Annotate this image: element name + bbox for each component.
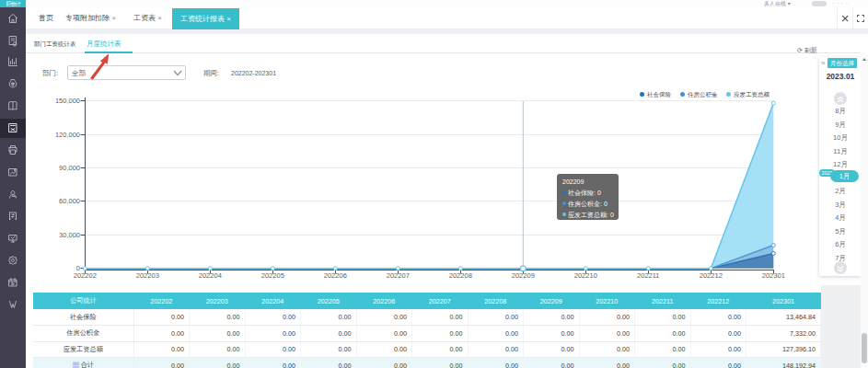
svg-text:202203: 202203 — [136, 271, 159, 280]
svg-text:202206: 202206 — [324, 271, 347, 280]
svg-text:202202: 202202 — [74, 271, 97, 280]
svg-text:30,000: 30,000 — [59, 231, 80, 239]
svg-text:202207: 202207 — [387, 271, 410, 280]
svg-text:202208: 202208 — [449, 271, 472, 280]
svg-text:120,000: 120,000 — [55, 131, 80, 139]
svg-text:202301: 202301 — [762, 271, 785, 280]
svg-text:202211: 202211 — [637, 271, 659, 280]
svg-text:202210: 202210 — [574, 271, 597, 280]
svg-text:150,000: 150,000 — [55, 97, 80, 105]
svg-text:202209: 202209 — [512, 271, 535, 280]
svg-text:202204: 202204 — [199, 271, 222, 280]
svg-text:202205: 202205 — [261, 271, 284, 280]
svg-text:60,000: 60,000 — [59, 197, 80, 205]
svg-text:202212: 202212 — [700, 271, 723, 280]
svg-text:90,000: 90,000 — [59, 164, 80, 172]
